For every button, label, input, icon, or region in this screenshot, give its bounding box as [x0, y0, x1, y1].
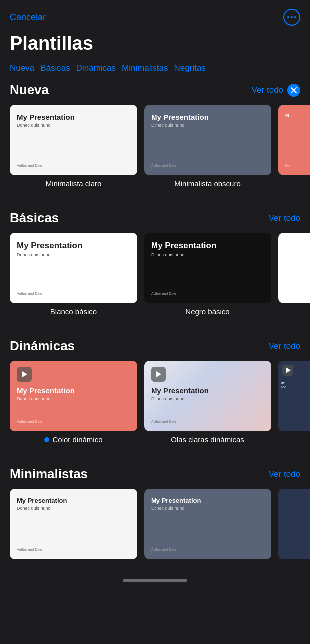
template-label-negro-basico: Negro básico: [185, 307, 229, 316]
template-card-partial-basicas[interactable]: [278, 233, 310, 303]
divider-basicas-dinamicas: [0, 328, 310, 328]
section-header-minimalistas: Minimalistas Ver todo: [0, 466, 310, 489]
card-content: My Presentation Donec quis nunc Author a…: [10, 233, 137, 303]
scroll-indicator-container: [0, 571, 310, 594]
section-actions-minimalistas: Ver todo: [269, 469, 300, 479]
section-basicas: Básicas Ver todo My Presentation Donec q…: [0, 210, 310, 328]
play-icon: [284, 367, 291, 374]
template-item-olas-claras[interactable]: My Presentation Donec quis nunc Author a…: [144, 361, 271, 444]
template-item-minimalista-obscuro[interactable]: My Presentation Donec quis nunc Author a…: [144, 105, 271, 188]
section-header-dinamicas: Dinámicas Ver todo: [0, 338, 310, 361]
more-options-button[interactable]: [283, 9, 300, 26]
tab-basicas[interactable]: Básicas: [40, 63, 76, 73]
card-content: My Presentation Donec quis nunc Author a…: [144, 105, 271, 175]
section-actions-dinamicas: Ver todo: [269, 341, 300, 351]
ver-todo-basicas-button[interactable]: Ver todo: [269, 213, 300, 223]
template-card-minimalistas-1[interactable]: My Presentation Donec quis nunc Author a…: [10, 489, 137, 559]
card-footer: Author and Date: [151, 292, 264, 295]
ver-todo-dinamicas-button[interactable]: Ver todo: [269, 341, 300, 351]
template-item-negro-basico[interactable]: My Presentation Donec quis nunc Author a…: [144, 233, 271, 316]
card-content-partial: M Do: [278, 105, 310, 175]
template-card-olas-claras[interactable]: My Presentation Donec quis nunc Author a…: [144, 361, 271, 431]
svg-marker-1: [156, 371, 161, 377]
template-item-minimalistas-1[interactable]: My Presentation Donec quis nunc Author a…: [10, 489, 137, 559]
card-title: My Presentation: [151, 113, 264, 121]
section-title-nueva: Nueva: [10, 82, 49, 98]
section-minimalistas: Minimalistas Ver todo My Presentation Do…: [0, 466, 310, 571]
template-item-minimalista-claro[interactable]: My Presentation Donec quis nunc Author a…: [10, 105, 137, 188]
play-icon-partial: [282, 365, 293, 376]
card-title: My Presentation: [151, 241, 264, 251]
ver-todo-nueva-button[interactable]: Ver todo: [252, 85, 283, 95]
svg-marker-0: [22, 371, 27, 377]
tab-nueva[interactable]: Nueva: [10, 63, 40, 73]
card-title: My Presentation: [17, 241, 130, 251]
play-icon: [21, 371, 28, 378]
template-item-partial-minimalistas[interactable]: [278, 489, 310, 559]
tab-negritas[interactable]: Negritas: [174, 63, 212, 73]
template-item-partial-basicas[interactable]: [278, 233, 310, 316]
close-nueva-badge[interactable]: [287, 84, 300, 97]
template-label-color-dinamico: Color dinámico: [44, 435, 102, 444]
card-footer: Author and Date: [151, 548, 264, 551]
template-card-minimalista-claro[interactable]: My Presentation Donec quis nunc Author a…: [10, 105, 137, 175]
card-subtitle: Donec quis nunc: [151, 123, 264, 128]
template-card-minimalista-obscuro[interactable]: My Presentation Donec quis nunc Author a…: [144, 105, 271, 175]
card-subtitle: Donec quis nunc: [17, 506, 130, 511]
template-item-partial-nueva[interactable]: M Do: [278, 105, 310, 188]
ver-todo-minimalistas-button[interactable]: Ver todo: [269, 469, 300, 479]
card-content: My Presentation Donec quis nunc Author a…: [144, 233, 271, 303]
tab-minimalistas[interactable]: Minimalistas: [122, 63, 174, 73]
template-item-color-dinamico[interactable]: My Presentation Donec quis nunc Author a…: [10, 361, 137, 444]
close-icon: [290, 87, 297, 94]
template-row-basicas: My Presentation Donec quis nunc Author a…: [0, 233, 310, 316]
template-card-partial-dinamicas[interactable]: M Do: [278, 361, 310, 431]
active-dot-icon: [44, 437, 49, 442]
play-icon-color-dinamico: [17, 367, 32, 382]
card-title: My Presentation: [17, 113, 130, 121]
section-header-nueva: Nueva Ver todo: [0, 82, 310, 105]
card-footer: Author and Date: [151, 420, 264, 423]
card-footer: Author and Date: [151, 164, 264, 167]
template-row-nueva: My Presentation Donec quis nunc Author a…: [0, 105, 310, 188]
section-nueva: Nueva Ver todo My Presentation Donec qui…: [0, 82, 310, 200]
divider-dinamicas-minimalistas: [0, 456, 310, 456]
scroll-indicator: [123, 579, 187, 582]
card-subtitle: Donec quis nunc: [151, 506, 264, 511]
tab-dinamicas[interactable]: Dinámicas: [76, 63, 122, 73]
section-title-dinamicas: Dinámicas: [10, 338, 75, 354]
template-card-partial[interactable]: M Do: [278, 105, 310, 175]
divider-nueva-basicas: [0, 200, 310, 200]
template-item-blanco-basico[interactable]: My Presentation Donec quis nunc Author a…: [10, 233, 137, 316]
card-content: My Presentation Donec quis nunc Author a…: [144, 489, 271, 559]
card-title: My Presentation: [17, 497, 130, 504]
template-card-negro-basico[interactable]: My Presentation Donec quis nunc Author a…: [144, 233, 271, 303]
card-subtitle: Donec quis nunc: [17, 123, 130, 128]
card-footer: Author and Date: [17, 164, 130, 167]
card-subtitle: Donec quis nunc: [17, 252, 130, 257]
more-dots-icon: [287, 16, 296, 18]
card-title: My Presentation: [151, 386, 264, 395]
template-label-olas-claras: Olas claras dinámicas: [171, 435, 244, 444]
template-card-blanco-basico[interactable]: My Presentation Donec quis nunc Author a…: [10, 233, 137, 303]
category-tabs: Nueva Básicas Dinámicas Minimalistas Neg…: [0, 63, 310, 73]
template-item-minimalistas-2[interactable]: My Presentation Donec quis nunc Author a…: [144, 489, 271, 559]
template-card-color-dinamico[interactable]: My Presentation Donec quis nunc Author a…: [10, 361, 137, 431]
section-actions-nueva: Ver todo: [252, 84, 300, 97]
cancel-button[interactable]: Cancelar: [10, 12, 46, 23]
card-subtitle: Donec quis nunc: [17, 396, 130, 401]
section-actions-basicas: Ver todo: [269, 213, 300, 223]
template-label-minimalista-claro: Minimalista claro: [46, 179, 102, 188]
card-footer: Author and Date: [17, 548, 130, 551]
template-item-partial-dinamicas[interactable]: M Do: [278, 361, 310, 444]
template-label-minimalista-obscuro: Minimalista obscuro: [174, 179, 241, 188]
svg-marker-2: [286, 367, 291, 373]
template-label-blanco-basico: Blanco básico: [50, 307, 97, 316]
template-row-minimalistas: My Presentation Donec quis nunc Author a…: [0, 489, 310, 559]
template-card-minimalistas-2[interactable]: My Presentation Donec quis nunc Author a…: [144, 489, 271, 559]
template-row-dinamicas: My Presentation Donec quis nunc Author a…: [0, 361, 310, 444]
template-card-partial-minimalistas[interactable]: [278, 489, 310, 559]
card-title: My Presentation: [151, 497, 264, 504]
card-title: My Presentation: [17, 386, 130, 395]
section-header-basicas: Básicas Ver todo: [0, 210, 310, 233]
